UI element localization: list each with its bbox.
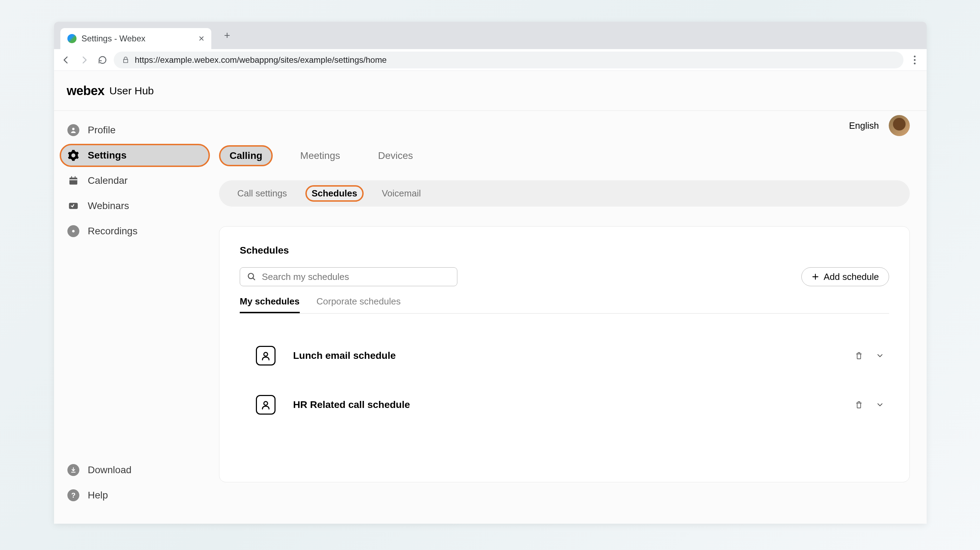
svg-rect-7 — [75, 176, 76, 179]
svg-rect-5 — [70, 179, 78, 180]
schedule-tabs: My schedules Corporate schedules — [240, 296, 889, 314]
subtab-call-settings[interactable]: Call settings — [231, 185, 293, 202]
chevron-down-icon — [876, 401, 884, 409]
tab-devices[interactable]: Devices — [368, 145, 424, 166]
browser-window: Settings - Webex × + https://example.web… — [54, 22, 927, 524]
brand-subtitle: User Hub — [110, 85, 154, 97]
help-icon: ? — [67, 489, 80, 501]
schedule-name: Lunch email schedule — [293, 350, 837, 361]
schedule-person-icon — [256, 346, 275, 366]
person-icon — [67, 124, 80, 136]
lock-icon — [122, 57, 129, 63]
delete-schedule-button[interactable] — [855, 401, 863, 409]
card-title: Schedules — [240, 245, 889, 256]
sidebar-item-settings[interactable]: Settings — [60, 144, 210, 167]
add-button-label: Add schedule — [824, 271, 879, 282]
webinar-icon — [67, 200, 80, 212]
svg-point-11 — [264, 352, 268, 357]
app-header: webex User Hub — [54, 71, 927, 111]
sidebar-item-label: Webinars — [88, 200, 129, 211]
search-input[interactable] — [262, 271, 450, 282]
search-box[interactable] — [240, 267, 457, 286]
primary-tabs: Calling Meetings Devices — [219, 145, 910, 166]
header-right: English — [849, 115, 910, 136]
search-row: Add schedule — [240, 267, 889, 286]
language-selector[interactable]: English — [849, 120, 879, 131]
schedule-actions — [855, 401, 884, 409]
chevron-down-icon — [876, 352, 884, 360]
record-icon — [67, 225, 80, 237]
schedule-row[interactable]: HR Related call schedule — [240, 380, 889, 430]
webex-favicon-icon — [67, 34, 76, 43]
close-tab-icon[interactable]: × — [199, 33, 204, 44]
url-text: https://example.webex.com/webappng/sites… — [135, 55, 387, 65]
tab-calling[interactable]: Calling — [219, 145, 273, 166]
trash-icon — [855, 401, 863, 409]
browser-tab-bar: Settings - Webex × + — [54, 22, 927, 49]
delete-schedule-button[interactable] — [855, 352, 863, 360]
schedule-list: Lunch email schedule — [240, 331, 889, 430]
svg-point-12 — [264, 402, 268, 406]
expand-schedule-button[interactable] — [876, 352, 884, 360]
svg-point-3 — [72, 128, 75, 130]
gear-icon — [67, 149, 80, 162]
back-button[interactable] — [59, 53, 73, 67]
sub-tabs-bar: Call settings Schedules Voicemail — [219, 180, 910, 207]
reload-button[interactable] — [95, 53, 110, 67]
schedule-row[interactable]: Lunch email schedule — [240, 331, 889, 380]
schedules-card: Schedules Add schedule My schedules — [219, 226, 910, 482]
svg-point-1 — [914, 59, 916, 61]
back-icon — [61, 55, 70, 65]
tab-title: Settings - Webex — [81, 34, 194, 43]
new-tab-button[interactable]: + — [222, 30, 232, 41]
schedule-tab-my[interactable]: My schedules — [240, 296, 300, 313]
sidebar-item-label: Profile — [88, 125, 116, 136]
schedule-actions — [855, 352, 884, 360]
browser-menu-button[interactable] — [908, 53, 922, 67]
sidebar-item-help[interactable]: ? Help — [60, 484, 210, 507]
forward-button[interactable] — [77, 53, 91, 67]
url-bar: https://example.webex.com/webappng/sites… — [54, 49, 927, 71]
sidebar-top: Profile Settings Calendar — [60, 119, 210, 458]
brand-logo: webex — [67, 84, 105, 98]
address-bar[interactable]: https://example.webex.com/webappng/sites… — [114, 52, 904, 68]
schedule-tab-corporate[interactable]: Corporate schedules — [317, 296, 401, 313]
expand-schedule-button[interactable] — [876, 401, 884, 409]
sidebar-item-label: Settings — [88, 150, 126, 161]
svg-rect-4 — [70, 178, 78, 184]
main-content: English Calling Meetings Devices Call se… — [215, 111, 927, 524]
svg-point-0 — [914, 55, 916, 57]
subtab-voicemail[interactable]: Voicemail — [375, 185, 427, 202]
svg-point-2 — [914, 62, 916, 64]
trash-icon — [855, 352, 863, 360]
sidebar-item-calendar[interactable]: Calendar — [60, 169, 210, 192]
forward-icon — [80, 55, 89, 65]
calendar-icon — [67, 175, 80, 187]
search-icon — [247, 272, 256, 281]
browser-tab[interactable]: Settings - Webex × — [60, 28, 211, 49]
plus-icon — [811, 273, 819, 281]
sidebar-item-download[interactable]: Download — [60, 458, 210, 482]
app-root: webex User Hub Profile Sett — [54, 71, 927, 524]
sidebar: Profile Settings Calendar — [54, 111, 215, 524]
user-avatar[interactable] — [889, 115, 910, 136]
schedule-person-icon — [256, 395, 275, 415]
subtab-schedules[interactable]: Schedules — [305, 185, 364, 202]
download-icon — [67, 464, 80, 476]
sidebar-item-recordings[interactable]: Recordings — [60, 220, 210, 243]
svg-rect-6 — [71, 176, 72, 179]
kebab-icon — [914, 55, 916, 65]
app-body: Profile Settings Calendar — [54, 111, 927, 524]
sidebar-bottom: Download ? Help — [60, 458, 210, 516]
add-schedule-button[interactable]: Add schedule — [801, 267, 889, 286]
sidebar-item-label: Download — [88, 464, 132, 476]
tab-meetings[interactable]: Meetings — [290, 145, 351, 166]
sidebar-item-label: Recordings — [88, 225, 138, 237]
sidebar-item-webinars[interactable]: Webinars — [60, 194, 210, 217]
svg-point-9 — [72, 230, 75, 233]
sidebar-item-label: Help — [88, 490, 108, 501]
sidebar-item-label: Calendar — [88, 175, 128, 186]
schedule-name: HR Related call schedule — [293, 399, 837, 411]
sidebar-item-profile[interactable]: Profile — [60, 119, 210, 142]
reload-icon — [98, 55, 107, 65]
